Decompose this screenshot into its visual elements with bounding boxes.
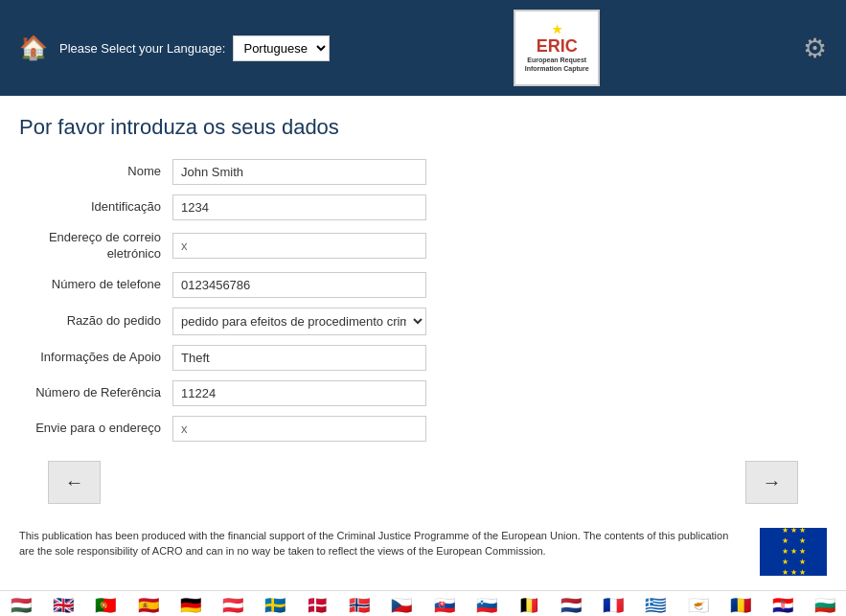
- flag-dk: 🇩🇰: [296, 591, 338, 616]
- header: 🏠 Please Select your Language: Portugues…: [0, 0, 846, 96]
- language-label: Please Select your Language:: [59, 41, 225, 56]
- home-icon[interactable]: 🏠: [19, 34, 48, 61]
- flags-strip: 🇭🇺 🇬🇧 🇵🇹 🇪🇸 🇩🇪 🇦🇹 🇸🇪 🇩🇰 🇳🇴 🇨🇿 🇸🇰 🇸🇮 🇧🇪 🇳…: [0, 590, 846, 616]
- eu-flag: ★★★ ★★ ★★★ ★★ ★★★: [760, 528, 827, 576]
- page-title: Por favor introduza os seus dados: [19, 115, 827, 140]
- flag-nl: 🇳🇱: [550, 591, 592, 616]
- logo-subtitle: European Request Information Capture: [515, 57, 598, 73]
- flag-ro: 🇷🇴: [720, 591, 762, 616]
- main-content: Por favor introduza os seus dados Nome I…: [0, 96, 846, 513]
- footer: This publication has been produced with …: [0, 513, 846, 590]
- phone-row: Número de telefone: [19, 272, 827, 298]
- flag-bg: 🇧🇬: [804, 591, 846, 616]
- flag-hr: 🇭🇷: [762, 591, 804, 616]
- gear-icon[interactable]: ⚙: [803, 33, 827, 64]
- footer-text: This publication has been produced with …: [19, 528, 741, 559]
- flag-at: 🇦🇹: [212, 591, 254, 616]
- flag-no: 🇳🇴: [338, 591, 380, 616]
- flag-de: 🇩🇪: [170, 591, 212, 616]
- form: Nome Identificação Endereço de correio e…: [19, 159, 827, 442]
- reference-row: Número de Referência: [19, 380, 827, 406]
- flag-gb: 🇬🇧: [42, 591, 84, 616]
- flag-gr: 🇬🇷: [634, 591, 676, 616]
- phone-label: Número de telefone: [19, 277, 172, 293]
- flag-es: 🇪🇸: [126, 591, 169, 616]
- name-label: Nome: [19, 164, 172, 180]
- id-input[interactable]: [172, 194, 426, 220]
- id-row: Identificação: [19, 194, 827, 220]
- flag-hu: 🇭🇺: [0, 591, 42, 616]
- reason-select[interactable]: pedido para efeitos de procedimento crim…: [172, 308, 426, 335]
- email-label: Endereço de correio eletrónico: [19, 230, 172, 262]
- reference-input[interactable]: [172, 380, 426, 406]
- flag-sk: 🇸🇰: [423, 591, 466, 616]
- send-input[interactable]: [172, 416, 426, 442]
- name-input[interactable]: [172, 159, 426, 185]
- next-arrow-icon: →: [763, 471, 782, 493]
- language-select[interactable]: Portuguese English Spanish French German…: [233, 35, 330, 61]
- navigation-buttons: ← →: [19, 461, 827, 504]
- reason-row: Razão do pedido pedido para efeitos de p…: [19, 308, 827, 335]
- flag-se: 🇸🇪: [254, 591, 296, 616]
- phone-input[interactable]: [172, 272, 426, 298]
- flag-cy: 🇨🇾: [677, 591, 720, 616]
- flag-si: 🇸🇮: [466, 591, 508, 616]
- eric-logo: ★ ERIC European Request Information Capt…: [514, 10, 600, 86]
- logo-eric-text: ERIC: [537, 36, 578, 57]
- send-row: Envie para o endereço: [19, 416, 827, 442]
- flag-fr: 🇫🇷: [592, 591, 634, 616]
- id-label: Identificação: [19, 199, 172, 216]
- back-arrow-icon: ←: [65, 471, 84, 493]
- reason-label: Razão do pedido: [19, 313, 172, 330]
- reference-label: Número de Referência: [19, 385, 172, 401]
- flag-be: 🇧🇪: [508, 591, 550, 616]
- back-button[interactable]: ←: [48, 461, 101, 504]
- next-button[interactable]: →: [745, 461, 798, 504]
- send-label: Envie para o endereço: [19, 421, 172, 437]
- name-row: Nome: [19, 159, 827, 185]
- support-label: Informações de Apoio: [19, 350, 172, 366]
- email-row: Endereço de correio eletrónico: [19, 230, 827, 262]
- support-input[interactable]: [172, 345, 426, 371]
- logo-star: ★: [552, 23, 562, 36]
- email-input[interactable]: [172, 233, 426, 259]
- support-row: Informações de Apoio: [19, 345, 827, 371]
- flag-pt: 🇵🇹: [84, 591, 126, 616]
- flag-cz: 🇨🇿: [380, 591, 423, 616]
